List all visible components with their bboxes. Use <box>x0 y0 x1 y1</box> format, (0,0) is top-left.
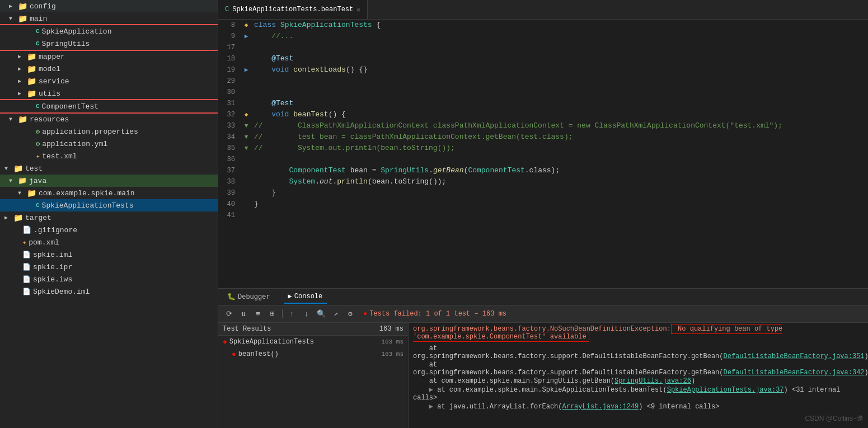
test-results-time: 163 ms <box>379 325 403 333</box>
toolbar-btn-up[interactable]: ↑ <box>286 308 298 320</box>
code-line: 34 ▼ // test bean = classPathXmlApplicat… <box>218 131 868 143</box>
sidebar-item-spkie-application[interactable]: C SpkieApplication <box>0 25 218 37</box>
xml-icon: ✦ <box>22 238 26 247</box>
tab-console[interactable]: ▶ Console <box>284 290 327 304</box>
code-editor: 8 ◆ class SpkieApplicationTests { 9 ▶ //… <box>218 20 868 288</box>
line-number: 37 <box>218 165 241 176</box>
sidebar-item-test-xml[interactable]: ✦ test.xml <box>0 150 218 162</box>
code-line: 32 ◆ void beanTest() { <box>218 109 868 120</box>
sidebar-item-label: model <box>39 65 60 73</box>
sidebar-item-target[interactable]: ▶ 📁 target <box>0 211 218 224</box>
toolbar-btn-down[interactable]: ↓ <box>301 308 313 320</box>
code-line: 38 System.out.println(bean.toString()); <box>218 176 868 187</box>
arrow-icon: ▼ <box>9 16 18 22</box>
sidebar-item-mapper[interactable]: ▶ 📁 mapper <box>0 50 218 63</box>
arrow-icon: ▶ <box>18 53 27 60</box>
test-results-title: Test Results <box>223 325 271 333</box>
code-line: 19 ▶ void contextLoads() {} <box>218 64 868 76</box>
sidebar-item-label: config <box>30 2 56 11</box>
gutter: ▼ <box>241 143 252 154</box>
editor-tab-active[interactable]: C SpkieApplicationTests.beanTest ✕ <box>218 0 368 19</box>
stack-link-5[interactable]: ArrayList.java:1249 <box>562 403 639 411</box>
stack-link-1[interactable]: DefaultListableBeanFactory.java:351 <box>724 352 865 360</box>
line-code: class SpkieApplicationTests { <box>252 20 868 31</box>
test-fail-icon: ● <box>232 350 236 359</box>
test-results-panel: Test Results 163 ms ● SpkieApplicationTe… <box>218 323 409 428</box>
tab-debugger[interactable]: 🐛 Debugger <box>223 290 275 303</box>
sidebar-item-spkie-iml[interactable]: 📄 spkie.iml <box>0 248 218 261</box>
test-case-item[interactable]: ● beanTest() 163 ms <box>218 348 408 360</box>
sidebar-item-application-yml[interactable]: ⚙ application.yml <box>0 138 218 150</box>
code-line: 40 } <box>218 199 868 210</box>
tab-icon: C <box>225 6 229 13</box>
fail-icon: ● <box>363 310 367 318</box>
sidebar-item-package[interactable]: ▼ 📁 com.example.spkie.main <box>0 187 218 199</box>
test-suite-time: 163 ms <box>381 338 403 345</box>
toolbar-btn-settings[interactable]: ⚙ <box>344 308 356 320</box>
tab-label: SpkieApplicationTests.beanTest <box>232 6 353 13</box>
line-number: 34 <box>218 131 241 143</box>
toolbar-btn-1[interactable]: ⟳ <box>223 308 235 320</box>
toolbar-btn-export[interactable]: ↗ <box>330 308 342 320</box>
stack-link-2[interactable]: DefaultListableBeanFactory.java:342 <box>724 369 865 377</box>
stack-line-2: at org.springframework.beans.factory.sup… <box>413 361 864 377</box>
sidebar-item-java[interactable]: ▼ 📁 java <box>0 175 218 187</box>
close-icon[interactable]: ✕ <box>356 6 360 13</box>
folder-icon: 📁 <box>27 52 36 62</box>
sidebar-item-component-test[interactable]: C ComponentTest <box>0 100 218 112</box>
arrow-icon: ▶ <box>4 214 13 221</box>
line-number: 17 <box>218 42 241 53</box>
sidebar-item-model[interactable]: ▶ 📁 model <box>0 63 218 75</box>
toolbar-btn-sort[interactable]: ⇅ <box>237 308 250 320</box>
stack-link-4[interactable]: SpkieApplicationTests.java:37 <box>667 386 784 394</box>
file-tree[interactable]: ▶ 📁 config ▼ 📁 main C SpkieApplication C… <box>0 0 218 428</box>
stack-line-3: at com.example.spkie.main.SpringUtils.ge… <box>413 377 864 385</box>
line-number: 31 <box>218 98 241 109</box>
debugger-icon: 🐛 <box>227 293 236 301</box>
gutter: ▶ <box>241 64 252 76</box>
sidebar-item-utils[interactable]: ▶ 📁 utils <box>0 87 218 100</box>
toolbar-btn-search[interactable]: 🔍 <box>315 308 327 320</box>
sidebar-item-gitignore[interactable]: 📄 .gitignore <box>0 224 218 236</box>
sidebar-item-label: test.xml <box>42 152 77 161</box>
iml-icon: 📄 <box>22 263 31 271</box>
line-number: 35 <box>218 143 241 154</box>
toolbar-btn-list[interactable]: ≡ <box>252 308 264 320</box>
sidebar-item-service[interactable]: ▶ 📁 service <box>0 75 218 87</box>
sidebar-item-test[interactable]: ▼ 📁 test <box>0 162 218 175</box>
sidebar-item-spkie-app-tests[interactable]: C SpkieApplicationTests <box>0 199 218 211</box>
line-number: 29 <box>218 76 241 87</box>
sidebar-item-label: SpringUtils <box>42 40 90 48</box>
java-folder-icon: 📁 <box>18 176 27 185</box>
sidebar-item-spkie-ipr[interactable]: 📄 spkie.ipr <box>0 261 218 273</box>
sidebar-item-config[interactable]: ▶ 📁 config <box>0 0 218 12</box>
sidebar-item-spkie-iws[interactable]: 📄 spkie.iws <box>0 273 218 285</box>
expand-icon[interactable]: ▶ <box>429 386 433 394</box>
sidebar-item-spkie-demo-iml[interactable]: 📄 SpkieDemo.iml <box>0 285 218 298</box>
class-icon: C <box>36 28 40 35</box>
sidebar-item-pom[interactable]: ✦ pom.xml <box>0 236 218 248</box>
sidebar-item-spring-utils[interactable]: C SpringUtils <box>0 37 218 50</box>
sidebar-item-label: spkie.iws <box>33 275 72 284</box>
test-case-time: 163 ms <box>381 351 403 358</box>
expand-icon-2[interactable]: ▶ <box>429 403 433 411</box>
sidebar-item-main[interactable]: ▼ 📁 main <box>0 12 218 25</box>
toolbar-btn-tree[interactable]: ⊞ <box>266 308 279 320</box>
sidebar-item-label: pom.xml <box>29 238 59 247</box>
code-line: 37 ComponentTest bean = SpringUtils.getB… <box>218 165 868 176</box>
line-code: @Test <box>252 53 868 64</box>
console-output: org.springframework.beans.factory.NoSuch… <box>409 323 868 428</box>
sidebar-item-application-properties[interactable]: ⚙ application.properties <box>0 125 218 138</box>
line-number: 18 <box>218 53 241 64</box>
code-line: 9 ▶ //... <box>218 31 868 42</box>
sidebar-item-label: SpkieApplication <box>42 27 112 36</box>
folder-icon: 📁 <box>18 115 27 124</box>
sidebar-item-label: SpkieDemo.iml <box>33 288 90 296</box>
sidebar-item-label: .gitignore <box>34 226 77 234</box>
tab-label: Debugger <box>238 293 270 301</box>
class-icon: C <box>36 103 40 110</box>
sidebar-item-resources[interactable]: ▼ 📁 resources <box>0 113 218 125</box>
stack-link-3[interactable]: SpringUtils.java:26 <box>614 377 691 385</box>
test-suite-item[interactable]: ● SpkieApplicationTests 163 ms <box>218 336 408 348</box>
bottom-panel: 🐛 Debugger ▶ Console ⟳ ⇅ ≡ ⊞ ↑ ↓ 🔍 ↗ ⚙ <box>218 288 868 428</box>
